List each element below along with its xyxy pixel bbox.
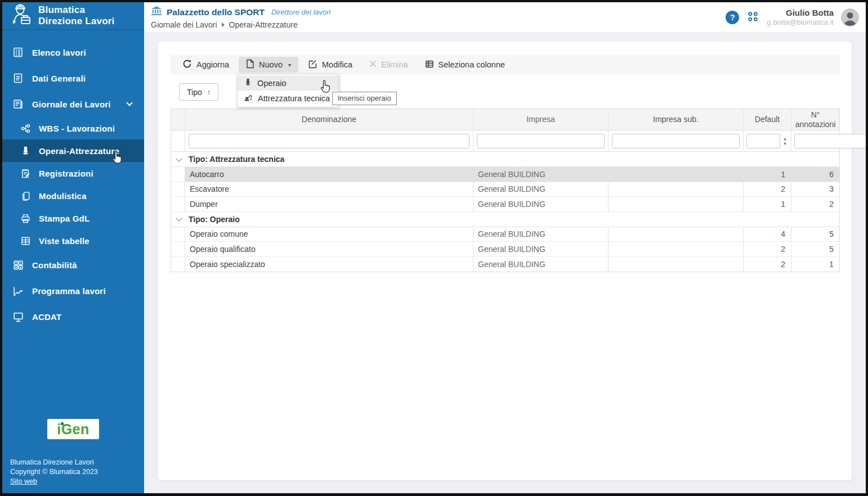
- sidebar-item-wbs-lavorazioni[interactable]: WBS - Lavorazioni: [2, 117, 144, 139]
- sidebar-item-giornale-dei-lavori[interactable]: Giornale dei Lavori: [2, 91, 144, 117]
- user-role-label: Direttore dei lavori: [271, 8, 331, 16]
- group-row-operaio[interactable]: Tipo: Operaio: [171, 212, 839, 227]
- sidebar-item-elenco-lavori[interactable]: Elenco lavori: [2, 39, 144, 65]
- calculator-icon: [11, 259, 25, 271]
- header-select-column: [171, 109, 185, 130]
- clipboard-pen-icon: [19, 168, 32, 179]
- topbar: Palazzetto dello SPORT Direttore dei lav…: [144, 2, 866, 33]
- sidebar-item-acdat[interactable]: ACDAT: [2, 304, 144, 330]
- filter-annotazioni-input[interactable]: [794, 134, 868, 148]
- filter-default-input[interactable]: [746, 134, 780, 148]
- sidebar-item-dati-generali[interactable]: Dati Generali: [2, 65, 144, 91]
- user-info[interactable]: Giulio Botta g.botta@blumatica.it: [767, 8, 834, 27]
- spin-down-icon[interactable]: ▼: [782, 141, 788, 146]
- nuovo-dropdown-menu: Operaio Attrezzatura tecnica: [237, 74, 339, 107]
- sidebar: Blumatica Direzione Lavori Elenco lavori…: [2, 2, 144, 493]
- igen-logo: iGen: [47, 419, 99, 439]
- spin-up-icon[interactable]: ▲: [782, 136, 788, 141]
- sidebar-item-label: Registrazioni: [39, 169, 93, 178]
- apps-grid-icon[interactable]: [746, 10, 759, 25]
- new-button[interactable]: Nuovo ▾: [239, 57, 298, 73]
- select-columns-button[interactable]: Seleziona colonne: [418, 57, 513, 73]
- breadcrumb: Giornale dei Lavori Operai-Attrezzature: [151, 20, 330, 29]
- sidebar-item-programma-lavori[interactable]: Programma lavori: [2, 278, 144, 304]
- header-impresa[interactable]: Impresa: [473, 109, 609, 130]
- brand-line2: Direzione Lavori: [38, 16, 114, 27]
- chevron-down-icon: [126, 100, 132, 106]
- user-name: Giulio Botta: [767, 8, 834, 18]
- sidebar-item-label: Modulistica: [39, 191, 87, 201]
- filter-impresa-sub-input[interactable]: [612, 134, 740, 148]
- table-row[interactable]: Operaio qualificato General BUILDING 2 5: [171, 242, 839, 257]
- worker-icon: [19, 146, 32, 156]
- footer-website-link[interactable]: Sito web: [10, 477, 37, 485]
- excavator-icon: [244, 93, 253, 103]
- filter-denominazione-input[interactable]: [189, 134, 469, 148]
- sidebar-menu: Elenco lavori Dati Generali Giornale dei…: [2, 30, 144, 330]
- header-annotazioni[interactable]: N° annotazioni: [791, 109, 839, 130]
- columns-icon: [425, 60, 434, 70]
- toolbar: Aggiorna Nuovo ▾: [171, 55, 840, 74]
- sidebar-footer: iGen Blumatica Direzione Lavori Copyrigh…: [2, 419, 144, 485]
- table-row[interactable]: Dumper General BUILDING 1 2: [171, 197, 839, 212]
- building-icon: [151, 6, 162, 19]
- table-row[interactable]: Escavatore General BUILDING 2 3: [171, 182, 839, 197]
- header-impresa-sub[interactable]: Impresa sub.: [609, 109, 744, 130]
- sidebar-item-operai-attrezzature[interactable]: Operai-Attrezzature: [2, 139, 144, 162]
- table-row[interactable]: Operaio specializzato General BUILDING 2…: [171, 257, 839, 272]
- table-icon: [19, 236, 32, 246]
- brand-line1: Blumatica: [38, 4, 114, 16]
- breadcrumb-separator-icon: [222, 22, 225, 27]
- table-row[interactable]: Operaio comune General BUILDING 4 5: [171, 227, 839, 242]
- sidebar-item-label: Viste tabelle: [39, 236, 90, 246]
- sidebar-item-label: Dati Generali: [32, 74, 86, 83]
- filter-impresa-input[interactable]: [477, 134, 605, 148]
- user-email: g.botta@blumatica.it: [767, 18, 834, 27]
- list-icon: [11, 47, 25, 58]
- sidebar-item-contabilita[interactable]: Contabilità: [2, 252, 144, 278]
- igen-logo-dot: [61, 422, 64, 425]
- sidebar-item-modulistica[interactable]: Modulistica: [2, 184, 144, 207]
- table-row[interactable]: Autocarro General BUILDING 1 6: [171, 167, 839, 182]
- refresh-icon: [182, 59, 192, 70]
- header-default[interactable]: Default: [744, 109, 791, 130]
- help-button[interactable]: ?: [726, 11, 739, 24]
- grid-filter-row: ▲ ▼ ▲ ▼: [171, 130, 839, 152]
- collapse-chevron-icon[interactable]: [176, 155, 182, 161]
- sidebar-item-label: Elenco lavori: [32, 48, 86, 57]
- sidebar-item-viste-tabelle[interactable]: Viste tabelle: [2, 229, 144, 252]
- caret-down-icon: ▾: [288, 62, 291, 68]
- edit-button[interactable]: Modifica: [301, 57, 360, 73]
- menu-item-operaio[interactable]: Operaio: [238, 75, 338, 91]
- sidebar-item-label: ACDAT: [32, 312, 61, 322]
- worker-briefcase-icon: [9, 3, 33, 28]
- project-title[interactable]: Palazzetto dello SPORT: [167, 7, 265, 17]
- avatar[interactable]: [841, 8, 859, 26]
- sidebar-item-label: Stampa GdL: [39, 214, 90, 223]
- content-card: Aggiorna Nuovo ▾: [158, 42, 852, 480]
- group-by-tipo-button[interactable]: Tipo ↑: [179, 83, 218, 101]
- sidebar-item-label: Contabilità: [32, 260, 77, 270]
- gantt-chart-icon: [11, 285, 25, 297]
- sidebar-item-stampa-gdl[interactable]: Stampa GdL: [2, 207, 144, 229]
- sort-ascending-icon: ↑: [207, 88, 211, 96]
- menu-item-attrezzatura-tecnica[interactable]: Attrezzatura tecnica: [238, 91, 338, 106]
- group-row-attrezzatura[interactable]: Tipo: Attrezzatura tecnica: [171, 152, 839, 167]
- question-icon: ?: [730, 13, 735, 22]
- worker-icon: [244, 78, 252, 88]
- sidebar-item-label: WBS - Lavorazioni: [39, 124, 115, 133]
- delete-button[interactable]: Elimina: [362, 57, 415, 73]
- breadcrumb-current: Operai-Attrezzature: [229, 20, 298, 29]
- refresh-button[interactable]: Aggiorna: [175, 57, 236, 73]
- document-icon: [11, 73, 25, 84]
- sidebar-item-label: Giornale dei Lavori: [32, 100, 111, 109]
- sidebar-item-label: Programma lavori: [32, 286, 106, 296]
- collapse-chevron-icon[interactable]: [176, 215, 182, 221]
- sidebar-item-registrazioni[interactable]: Registrazioni: [2, 162, 144, 184]
- new-document-icon: [246, 59, 254, 70]
- tooltip: Inserisci operaio: [332, 92, 397, 105]
- grid-header-row: Denominazione Impresa Impresa sub. Defau…: [171, 109, 839, 130]
- newspaper-icon: [11, 98, 25, 110]
- header-denominazione[interactable]: Denominazione: [185, 109, 473, 130]
- breadcrumb-parent[interactable]: Giornale dei Lavori: [151, 20, 217, 29]
